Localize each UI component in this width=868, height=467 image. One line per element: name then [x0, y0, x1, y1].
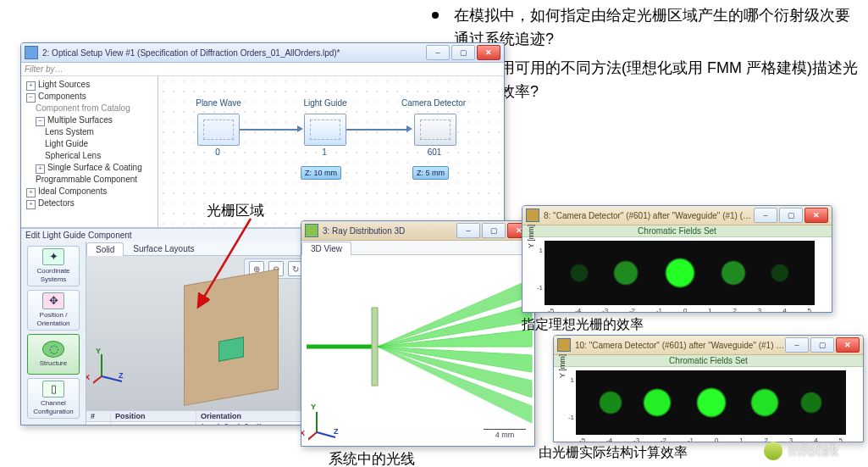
diffraction-spot — [750, 388, 779, 417]
grating-region-patch[interactable] — [218, 336, 244, 361]
tree-ideal[interactable]: Ideal Components — [38, 186, 107, 196]
distance-chip-1[interactable]: Z: 10 mm — [301, 166, 341, 180]
tree-programmable[interactable]: Programmable Component — [36, 175, 137, 184]
tool-label-channel: Channel Configuration — [28, 399, 79, 416]
cam1-plot[interactable] — [545, 241, 815, 305]
node-label-light-guide: Light Guide — [287, 98, 363, 108]
cam1-subtitle: Chromatic Fields Set — [522, 225, 832, 237]
app-icon — [25, 46, 38, 59]
diffraction-spot — [613, 260, 639, 286]
svg-line-3 — [198, 219, 251, 307]
tree-lens-system[interactable]: Lens System — [45, 127, 94, 136]
ray-scale-bar: 4 mm — [484, 429, 526, 439]
filter-input[interactable]: Filter by… — [25, 64, 64, 74]
svg-line-13 — [308, 432, 317, 441]
diffraction-spot — [599, 391, 622, 414]
svg-line-14 — [317, 432, 335, 437]
diffraction-spot — [771, 264, 789, 282]
tree-single-surface[interactable]: Single Surface & Coating — [47, 163, 142, 172]
window-title: 2: Optical Setup View #1 (Specification … — [42, 48, 426, 58]
diffraction-spot — [570, 264, 589, 282]
close-button[interactable]: ✕ — [477, 45, 500, 60]
cam-app-icon — [526, 208, 539, 222]
node-idx-1: 1 — [304, 147, 345, 157]
camera-detector-window-2[interactable]: 10: "Camera Detector" (#601) after "Wave… — [553, 335, 864, 442]
callout-rays-in-system: 系统中的光线 — [329, 449, 415, 467]
cam2-plot[interactable] — [576, 370, 846, 435]
maximize-button[interactable]: ▢ — [810, 337, 834, 353]
maximize-button[interactable]: ▢ — [779, 208, 803, 223]
cam2-subtitle: Chromatic Fields Set — [554, 355, 863, 367]
tree-spherical-lens[interactable]: Spherical Lens — [45, 151, 101, 160]
minimize-button[interactable]: – — [456, 223, 480, 238]
diffraction-spot — [696, 387, 727, 418]
node-camera-detector[interactable] — [414, 114, 456, 146]
brand-text: infotek — [788, 442, 839, 460]
cam1-ylabel: Y [mm] — [527, 225, 535, 248]
tree-multi-surfaces[interactable]: Multiple Surfaces — [47, 115, 113, 125]
brand-logo: infotek — [764, 442, 839, 460]
maximize-button[interactable]: ▢ — [482, 223, 506, 238]
tool-label-pos: Position / Orientation — [28, 311, 79, 328]
ray-distribution-window[interactable]: 3: Ray Distribution 3D – ▢ ✕ 3D View — [301, 220, 535, 447]
bullet-dot — [432, 12, 439, 19]
callout-grating-region: 光栅区域 — [207, 201, 264, 220]
svg-line-1 — [93, 376, 102, 385]
tool-position-orientation[interactable]: ✥ Position / Orientation — [27, 290, 80, 331]
cam2-title: 10: "Camera Detector" (#601) after "Wave… — [575, 341, 785, 350]
cam2-caption: 由光栅实际结构计算效率 — [539, 444, 688, 462]
close-button[interactable]: ✕ — [836, 337, 860, 353]
maximize-button[interactable]: ▢ — [451, 45, 475, 60]
tab-solid[interactable]: Solid — [86, 242, 124, 256]
minimize-button[interactable]: – — [785, 337, 809, 353]
node-light-guide[interactable] — [304, 114, 346, 146]
tree-light-sources[interactable]: Light Sources — [38, 80, 90, 89]
distance-chip-2[interactable]: Z: 5 mm — [412, 166, 449, 180]
axis-gizmo: YXZ — [93, 351, 127, 385]
tree-catalog[interactable]: Component from Catalog — [36, 103, 130, 113]
ray-axis-gizmo: YXZ — [308, 407, 342, 441]
tool-channel-config[interactable]: ▯ Channel Configuration — [27, 378, 80, 419]
cam1-ytick-bot: -1 — [533, 284, 543, 292]
cam-app-icon — [557, 338, 571, 352]
cam2-ytick-top: 1 — [564, 376, 574, 384]
tree-components[interactable]: Components — [38, 92, 86, 101]
svg-rect-5 — [372, 308, 378, 386]
diffraction-spot — [643, 388, 672, 417]
cam1-caption: 指定理想光栅的效率 — [522, 316, 644, 334]
tree-light-guide[interactable]: Light Guide — [45, 139, 88, 148]
cam2-ylabel: Y [mm] — [558, 354, 567, 378]
node-idx-601: 601 — [414, 147, 455, 157]
tree-detectors[interactable]: Detectors — [38, 198, 75, 208]
diffraction-spot — [800, 392, 822, 414]
node-label-camera: Camera Detector — [395, 98, 472, 108]
tool-coordinate-systems[interactable]: ✦ Coordinate Systems — [27, 246, 80, 286]
component-tree[interactable]: +Light Sources −Components Component fro… — [21, 76, 158, 227]
diffraction-spot — [721, 260, 746, 286]
minimize-button[interactable]: – — [754, 208, 777, 223]
node-plane-wave[interactable] — [197, 114, 240, 146]
node-idx-0: 0 — [197, 147, 238, 157]
minimize-button[interactable]: – — [426, 45, 450, 60]
ray-app-icon — [305, 224, 318, 237]
tool-label-coord: Coordinate Systems — [28, 267, 79, 284]
tool-label-struct: Structure — [40, 359, 67, 368]
ray-tab-3d-view[interactable]: 3D View — [301, 242, 351, 255]
tool-structure[interactable]: ◌ Structure — [27, 334, 80, 375]
close-button[interactable]: ✕ — [804, 208, 828, 223]
camera-detector-window-1[interactable]: 8: "Camera Detector" (#601) after "Waveg… — [522, 205, 832, 313]
node-label-plane-wave: Plane Wave — [180, 98, 257, 108]
bullet-2: 如何使用可用的不同方法(理想化或用 FMM 严格建模)描述光栅阶的效率? — [454, 56, 860, 103]
wechat-icon — [764, 442, 782, 460]
cam1-ytick-top: 1 — [533, 247, 543, 254]
cam1-title: 8: "Camera Detector" (#601) after "Waveg… — [544, 211, 754, 220]
cam2-ytick-bot: -1 — [564, 414, 574, 421]
callout-arrow — [190, 214, 257, 320]
bullet-1: 在模拟中，如何指定由给定光栅区域产生的哪个衍射级次要通过系统追迹? — [454, 3, 860, 51]
ray-3d-view[interactable]: YXZ 4 mm — [301, 255, 534, 446]
cam1-xticks: -5-4-3 -2-10 123 45 — [522, 307, 832, 313]
ray-window-title: 3: Ray Distribution 3D — [323, 226, 456, 236]
diffraction-spot — [665, 258, 695, 288]
side-toolbox: ✦ Coordinate Systems ✥ Position / Orient… — [21, 242, 86, 425]
